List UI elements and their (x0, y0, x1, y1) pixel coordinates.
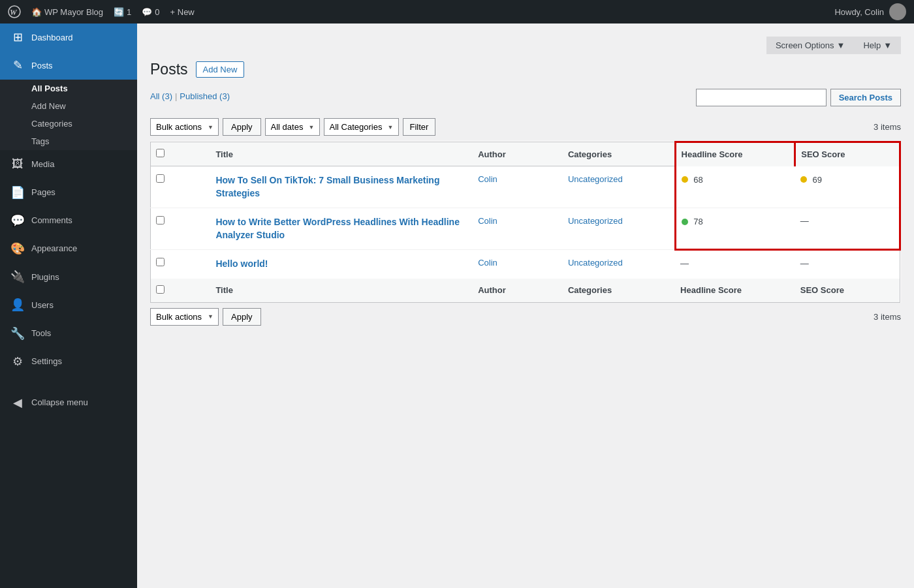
help-label: Help (863, 40, 881, 50)
add-new-button[interactable]: Add New (196, 61, 245, 78)
tools-icon: 🔧 (10, 326, 25, 342)
row-checkbox[interactable] (156, 258, 165, 266)
post-title-link[interactable]: Hello world! (215, 258, 268, 269)
post-title-col: How to Write Better WordPress Headlines … (210, 208, 473, 250)
author-link[interactable]: Colin (478, 258, 497, 268)
plugins-icon: 🔌 (10, 269, 25, 285)
sidebar-item-plugins[interactable]: 🔌 Plugins (0, 263, 137, 291)
sidebar-item-pages[interactable]: 📄 Pages (0, 179, 137, 207)
table-body: How To Sell On TikTok: 7 Small Business … (151, 166, 900, 279)
author-link[interactable]: Colin (478, 216, 497, 226)
categories-col-header[interactable]: Categories (563, 142, 675, 166)
tablenav-top: Bulk actions Apply All dates All Categor… (150, 118, 901, 136)
search-input[interactable] (696, 89, 827, 106)
table-header-row: Title Author Categories Headline Score S… (151, 142, 900, 166)
select-all-checkbox[interactable] (156, 149, 165, 157)
users-icon: 👤 (10, 297, 25, 313)
posts-submenu: All Posts Add New Categories Tags (0, 80, 137, 150)
headline-score-value: 78 (693, 217, 702, 226)
seo-score-dot (800, 176, 807, 183)
posts-table: Title Author Categories Headline Score S… (150, 141, 901, 303)
wp-wrap: ⊞ Dashboard ✎ Posts All Posts Add New Ca… (0, 23, 914, 588)
search-posts-button[interactable]: Search Posts (830, 89, 901, 106)
seo-score-dash: — (800, 216, 809, 226)
help-button[interactable]: Help ▼ (854, 37, 901, 54)
sidebar-item-posts[interactable]: ✎ Posts (0, 52, 137, 80)
sidebar-item-label: Dashboard (31, 32, 73, 44)
filter-button[interactable]: Filter (403, 118, 436, 136)
all-categories-select[interactable]: All Categories (324, 118, 399, 136)
page-title: Posts (150, 61, 188, 78)
category-link[interactable]: Uncategorized (568, 258, 623, 268)
settings-icon: ⚙ (10, 354, 25, 370)
sidebar-item-settings[interactable]: ⚙ Settings (0, 348, 137, 376)
screen-options-chevron: ▼ (837, 40, 845, 50)
author-col-footer[interactable]: Author (473, 279, 563, 303)
all-posts-link[interactable]: All (3) (150, 91, 172, 101)
bulk-actions-select-bottom[interactable]: Bulk actions (150, 308, 219, 326)
items-count-top: 3 items (874, 122, 901, 132)
updates[interactable]: 🔄 1 (114, 7, 131, 17)
sidebar-item-comments[interactable]: 💬 Comments (0, 207, 137, 235)
sidebar-item-media[interactable]: 🖼 Media (0, 150, 137, 178)
collapse-icon: ◀ (10, 395, 25, 411)
sidebar-item-tools[interactable]: 🔧 Tools (0, 320, 137, 348)
site-name[interactable]: 🏠 WP Mayor Blog (31, 7, 103, 17)
row-checkbox[interactable] (156, 174, 165, 183)
seo-score-col-footer: SEO Score (795, 279, 900, 303)
post-categories-col: Uncategorized (563, 208, 675, 250)
submenu-tags[interactable]: Tags (0, 132, 137, 150)
table-foot: Title Author Categories Headline Score S… (151, 279, 900, 303)
seo-score-dash: — (800, 258, 809, 268)
sidebar-item-users[interactable]: 👤 Users (0, 291, 137, 319)
headline-score-col: 68 (675, 166, 795, 208)
title-col-footer[interactable]: Title (210, 279, 473, 303)
row-checkbox[interactable] (156, 216, 165, 224)
apply-button-bottom[interactable]: Apply (223, 308, 261, 326)
comments-icon: 💬 (10, 213, 25, 229)
screen-options-button[interactable]: Screen Options ▼ (766, 37, 854, 54)
admin-bar: W 🏠 WP Mayor Blog 🔄 1 💬 0 + New Howdy, C… (0, 0, 914, 23)
separator: | (175, 91, 177, 101)
comments[interactable]: 💬 0 (142, 7, 159, 17)
table-row: How to Write Better WordPress Headlines … (151, 208, 900, 250)
post-title-link[interactable]: How To Sell On TikTok: 7 Small Business … (215, 175, 439, 198)
category-link[interactable]: Uncategorized (568, 216, 623, 226)
sidebar-item-label: Appearance (31, 243, 77, 255)
howdy-text: Howdy, Colin (834, 7, 884, 17)
submenu-categories[interactable]: Categories (0, 115, 137, 132)
headline-score-dot (682, 176, 688, 183)
post-title-link[interactable]: How to Write Better WordPress Headlines … (215, 217, 460, 240)
avatar[interactable] (889, 3, 906, 20)
apply-button-top[interactable]: Apply (223, 118, 261, 136)
author-link[interactable]: Colin (478, 174, 497, 184)
page-header: Posts Add New (150, 61, 901, 78)
select-all-checkbox-footer[interactable] (156, 285, 165, 294)
new-content[interactable]: + New (170, 7, 195, 17)
sidebar-item-appearance[interactable]: 🎨 Appearance (0, 235, 137, 263)
collapse-menu[interactable]: ◀ Collapse menu (0, 389, 137, 417)
headline-score-dot (682, 219, 688, 225)
sidebar: ⊞ Dashboard ✎ Posts All Posts Add New Ca… (0, 23, 137, 588)
post-author-col: Colin (473, 208, 563, 250)
wp-logo[interactable]: W (8, 5, 21, 18)
items-count-bottom: 3 items (874, 312, 901, 322)
submenu-add-new[interactable]: Add New (0, 97, 137, 115)
category-link[interactable]: Uncategorized (568, 174, 623, 184)
all-dates-select[interactable]: All dates (265, 118, 320, 136)
sidebar-item-dashboard[interactable]: ⊞ Dashboard (0, 23, 137, 52)
categories-col-footer[interactable]: Categories (563, 279, 675, 303)
home-icon: 🏠 (31, 7, 42, 17)
tablenav-right: 3 items (874, 122, 901, 132)
author-col-header[interactable]: Author (473, 142, 563, 166)
bulk-actions-select[interactable]: Bulk actions (150, 118, 219, 136)
bulk-actions-wrap: Bulk actions (150, 118, 219, 136)
submenu-all-posts[interactable]: All Posts (0, 80, 137, 97)
post-categories-col: Uncategorized (563, 166, 675, 208)
row-checkbox-col (151, 250, 211, 279)
comments-icon: 💬 (142, 7, 152, 17)
sidebar-item-label: Plugins (31, 271, 59, 283)
published-posts-link[interactable]: Published (3) (180, 91, 230, 101)
title-col-header[interactable]: Title (210, 142, 473, 166)
tablenav-left: Bulk actions Apply All dates All Categor… (150, 118, 435, 136)
